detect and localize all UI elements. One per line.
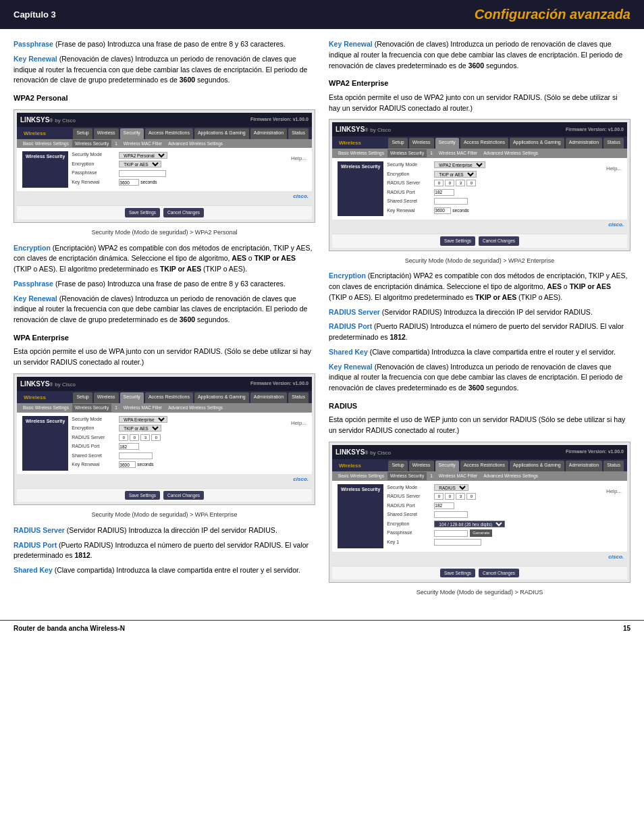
access-tab3[interactable]: Access Restrictions — [460, 138, 508, 149]
setup-tab3[interactable]: Setup — [388, 138, 407, 149]
ip-box4-2[interactable]: 0 — [445, 493, 454, 500]
security-tab3[interactable]: Security — [435, 138, 459, 149]
apps-tab2[interactable]: Applications & Gaming — [194, 392, 249, 403]
admin-tab[interactable]: Administration — [250, 128, 287, 139]
help-text4[interactable]: Help... — [606, 488, 622, 496]
key-renewal-input3[interactable] — [434, 207, 451, 214]
mac-filter-subtab3[interactable]: Wireless MAC Filter — [436, 149, 480, 157]
security-mode-select3[interactable]: WPA2 Enterprise — [434, 161, 485, 168]
ip-box3-4[interactable]: 0 — [466, 180, 476, 186]
cancel-changes-btn3[interactable]: Cancel Changes — [479, 236, 519, 246]
basic-subtab3[interactable]: Basic Wireless Settings — [336, 149, 387, 157]
save-settings-btn4[interactable]: Save Settings — [440, 569, 475, 578]
cancel-changes-btn4[interactable]: Cancel Changes — [479, 569, 519, 578]
status-tab2[interactable]: Status — [288, 392, 308, 403]
advanced-subtab2[interactable]: Advanced Wireless Settings — [165, 404, 225, 412]
status-tab3[interactable]: Status — [603, 138, 624, 149]
enc-select4[interactable]: 104 / 128-bit (26 hex digits) — [434, 521, 505, 527]
mac-filter-subtab[interactable]: Wireless MAC Filter — [121, 140, 165, 148]
admin-tab4[interactable]: Administration — [566, 461, 602, 471]
setup-tab4[interactable]: Setup — [388, 461, 407, 471]
radius-port-input3[interactable] — [434, 189, 454, 196]
wireless-tab[interactable]: Wireless — [94, 128, 119, 139]
wireless-label3[interactable]: Wireless — [336, 138, 365, 149]
security-mode-select2[interactable]: WPA Enterprise — [119, 416, 167, 423]
basic-subtab2[interactable]: Basic Wireless Settings — [20, 404, 72, 412]
security-tab2[interactable]: Security — [120, 392, 144, 403]
save-settings-btn2[interactable]: Save Settings — [125, 491, 160, 500]
basic-subtab[interactable]: Basic Wireless Settings — [20, 140, 72, 148]
wireless-security-subtab4[interactable]: Wireless Security — [387, 472, 427, 480]
ip-box2[interactable]: 0 — [130, 434, 139, 441]
setup-tab[interactable]: Setup — [73, 128, 92, 139]
shared-secret-input[interactable] — [119, 452, 153, 459]
admin-tab3[interactable]: Administration — [566, 138, 602, 149]
advanced-subtab4[interactable]: Advanced Wireless Settings — [481, 472, 541, 480]
passphrase-row: Passphrase — [72, 170, 288, 177]
number-subtab2[interactable]: 1 — [112, 404, 120, 412]
key-renewal-input2[interactable] — [119, 461, 136, 468]
wireless-security-subtab3[interactable]: Wireless Security — [387, 149, 427, 157]
mac-filter-subtab2[interactable]: Wireless MAC Filter — [121, 404, 165, 412]
wireless-security-subtab[interactable]: Wireless Security — [72, 140, 111, 148]
key-input4[interactable] — [434, 539, 481, 546]
number-subtab3[interactable]: 1 — [427, 149, 435, 157]
save-settings-btn[interactable]: Save Settings — [125, 208, 160, 217]
key-renewal-input[interactable] — [119, 179, 139, 186]
ip-box4-4[interactable]: 0 — [466, 493, 476, 500]
radius-port-input[interactable] — [119, 443, 139, 450]
admin-tab2[interactable]: Administration — [250, 392, 287, 403]
help-text3[interactable]: Help... — [606, 165, 622, 173]
basic-subtab4[interactable]: Basic Wireless Settings — [336, 472, 387, 480]
shared-secret-input4[interactable] — [434, 511, 468, 518]
security-mode-select[interactable]: WPA2 Personal — [119, 152, 167, 159]
status-tab4[interactable]: Status — [603, 461, 624, 471]
status-tab[interactable]: Status — [288, 128, 308, 139]
access-tab[interactable]: Access Restrictions — [145, 128, 193, 139]
ip-box3-3[interactable]: 3 — [456, 180, 465, 186]
ip-box3-1[interactable]: 0 — [434, 180, 444, 186]
ip-box3-2[interactable]: 0 — [445, 180, 454, 186]
cancel-changes-btn[interactable]: Cancel Changes — [163, 208, 204, 217]
cancel-changes-btn2[interactable]: Cancel Changes — [163, 491, 204, 500]
ip-box4[interactable]: 0 — [151, 434, 161, 441]
passphrase-input[interactable] — [119, 170, 166, 177]
wireless-label2[interactable]: Wireless — [20, 392, 49, 403]
key-renewal-para: Key Renewal (Renovación de claves) Intro… — [14, 54, 315, 86]
ip-box3[interactable]: 3 — [140, 434, 150, 441]
number-subtab[interactable]: 1 — [112, 140, 120, 148]
security-tab[interactable]: Security — [120, 128, 144, 139]
encryption-select[interactable]: TKIP or AES — [119, 161, 161, 167]
ip-box1[interactable]: 0 — [119, 434, 128, 441]
access-tab4[interactable]: Access Restrictions — [460, 461, 508, 471]
shared-secret-input3[interactable] — [434, 198, 468, 205]
apps-tab4[interactable]: Applications & Gaming — [510, 461, 564, 471]
rs-main-content: Security Mode WPA2 Personal Encryption T… — [72, 151, 288, 188]
security-mode-select4[interactable]: RADIUS — [434, 484, 468, 491]
help-text[interactable]: Help... — [291, 155, 306, 163]
passphrase-input4[interactable] — [434, 530, 468, 537]
help-text2[interactable]: Help... — [291, 419, 306, 427]
mac-filter-subtab4[interactable]: Wireless MAC Filter — [436, 472, 480, 480]
apps-tab3[interactable]: Applications & Gaming — [510, 138, 564, 149]
number-subtab4[interactable]: 1 — [427, 472, 435, 480]
enc-select2[interactable]: TKIP or AES — [119, 425, 161, 432]
apps-tab[interactable]: Applications & Gaming — [194, 128, 249, 139]
wireless-tab2[interactable]: Wireless — [94, 392, 119, 403]
wireless-tab-label[interactable]: Wireless — [20, 128, 49, 139]
ip-box4-3[interactable]: 3 — [456, 493, 465, 500]
setup-tab2[interactable]: Setup — [73, 392, 92, 403]
security-tab4[interactable]: Security — [435, 461, 459, 471]
ip-box4-1[interactable]: 0 — [434, 493, 444, 500]
advanced-subtab3[interactable]: Advanced Wireless Settings — [481, 149, 541, 157]
generate-btn[interactable]: Generate — [470, 529, 492, 537]
wireless-tab4[interactable]: Wireless — [409, 461, 434, 471]
wireless-label4[interactable]: Wireless — [336, 461, 365, 471]
advanced-subtab[interactable]: Advanced Wireless Settings — [165, 140, 225, 148]
save-settings-btn3[interactable]: Save Settings — [440, 236, 475, 246]
enc-select3[interactable]: TKIP or AES — [434, 171, 477, 178]
radius-port-input4[interactable] — [434, 502, 454, 509]
access-tab2[interactable]: Access Restrictions — [145, 392, 193, 403]
wireless-tab3[interactable]: Wireless — [409, 138, 434, 149]
wireless-security-subtab2[interactable]: Wireless Security — [72, 404, 111, 412]
